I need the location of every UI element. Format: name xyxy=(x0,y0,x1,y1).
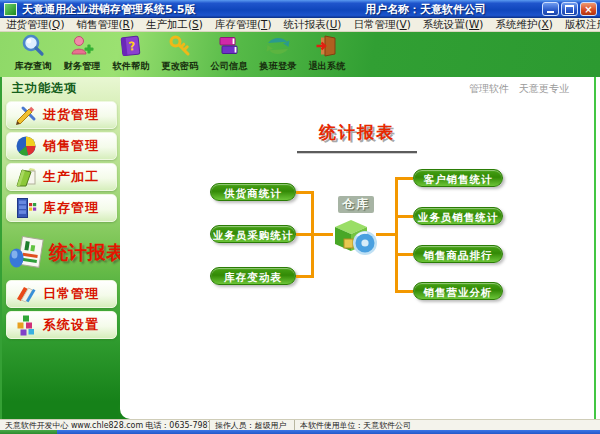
app-icon xyxy=(4,3,17,16)
restore-button[interactable] xyxy=(561,2,578,16)
connector-line xyxy=(395,253,413,256)
minimize-icon xyxy=(547,11,554,13)
menu-item-sales[interactable]: 销售管理R xyxy=(70,18,140,32)
toolbar-shift-login[interactable]: 换班登录 xyxy=(253,32,302,76)
connector-line xyxy=(395,215,413,218)
finance-icon xyxy=(69,33,95,59)
node-supplier-stats[interactable]: 供货商统计 xyxy=(210,183,296,201)
app-window: 天意通用企业进销存管理系统5.5版 用户名称：天意软件公司 × 进货管理Q 销售… xyxy=(0,0,600,434)
main-region: 主功能选项 进货管理 销售管理 生产加工 xyxy=(0,77,600,419)
minimize-button[interactable] xyxy=(542,2,559,16)
window-controls: × xyxy=(542,2,597,16)
menu-item-daily[interactable]: 日常管理V xyxy=(347,18,416,32)
restore-icon xyxy=(565,5,574,14)
connector-line xyxy=(395,177,413,180)
sidebar-item-sales[interactable]: 销售管理 xyxy=(6,132,117,160)
folder-icon xyxy=(14,165,38,189)
exit-door-icon xyxy=(314,33,340,59)
close-button[interactable]: × xyxy=(580,2,597,16)
title-bar: 天意通用企业进销存管理系统5.5版 用户名称：天意软件公司 × xyxy=(0,0,600,18)
menu-item-register[interactable]: 版权注册Y xyxy=(559,18,600,32)
help-book-icon: ? xyxy=(118,33,144,59)
menu-item-production[interactable]: 生产加工S xyxy=(140,18,209,32)
toolbar-help[interactable]: ? 软件帮助 xyxy=(106,32,155,76)
blocks-icon xyxy=(14,313,38,337)
connector-line xyxy=(395,177,398,293)
books-icon xyxy=(216,33,242,59)
sidebar-item-purchase[interactable]: 进货管理 xyxy=(6,101,117,129)
toolbar: 库存查询 财务管理 ? 软件帮助 更改密码 公司信息 xyxy=(0,32,600,77)
toolbar-exit[interactable]: 退出系统 xyxy=(302,32,351,76)
menu-item-maintenance[interactable]: 系统维护X xyxy=(489,18,558,32)
menu-item-inventory[interactable]: 库存管理T xyxy=(209,18,278,32)
node-salesman-sales-stats[interactable]: 业务员销售统计 xyxy=(413,207,503,225)
node-salesman-purchase-stats[interactable]: 业务员采购统计 xyxy=(210,225,296,243)
cabinet-icon xyxy=(14,196,38,220)
node-product-sales-ranking[interactable]: 销售商品排行 xyxy=(413,245,503,263)
diagram-title: 统计报表 xyxy=(120,121,594,144)
sidebar-item-settings[interactable]: 系统设置 xyxy=(6,311,117,339)
toolbar-company-info[interactable]: 公司信息 xyxy=(204,32,253,76)
sidebar-header: 主功能选项 xyxy=(2,78,120,99)
node-sales-business-analysis[interactable]: 销售营业分析 xyxy=(413,282,503,300)
slogan-text: 管理软件 天意更专业 xyxy=(469,82,569,96)
sidebar-item-inventory[interactable]: 库存管理 xyxy=(6,194,117,222)
node-customer-sales-stats[interactable]: 客户销售统计 xyxy=(413,169,503,187)
warehouse-label: 仓库 xyxy=(338,196,374,213)
node-stock-change-report[interactable]: 库存变动表 xyxy=(210,267,296,285)
pie-chart-icon xyxy=(14,134,38,158)
content-area: 管理软件 天意更专业 统计报表 供货商统计 业务员采购统计 库存变动表 仓库 xyxy=(120,77,596,419)
toolbar-change-password[interactable]: 更改密码 xyxy=(155,32,204,76)
sidebar-item-reports-selected[interactable]: 统计报表 xyxy=(2,228,120,278)
connector-line xyxy=(395,290,413,293)
toolbar-inventory-query[interactable]: 库存查询 xyxy=(8,32,57,76)
taskbar-strip xyxy=(0,430,600,434)
report-chart-icon xyxy=(7,233,47,273)
search-icon xyxy=(20,33,46,59)
toolbar-finance[interactable]: 财务管理 xyxy=(57,32,106,76)
status-license-unit: 本软件使用单位：天意软件公司 xyxy=(295,420,600,430)
menu-item-settings[interactable]: 系统设置W xyxy=(417,18,490,32)
open-book-icon xyxy=(14,282,38,306)
menu-item-reports[interactable]: 统计报表U xyxy=(278,18,348,32)
user-name-label: 用户名称：天意软件公司 xyxy=(365,2,486,17)
status-operator: 操作人员：超级用户 xyxy=(210,420,295,430)
menu-item-purchase[interactable]: 进货管理Q xyxy=(0,18,70,32)
sidebar: 主功能选项 进货管理 销售管理 生产加工 xyxy=(0,77,120,419)
warehouse-node: 仓库 xyxy=(328,193,384,253)
sidebar-item-production[interactable]: 生产加工 xyxy=(6,163,117,191)
title-underline xyxy=(297,151,417,154)
sidebar-item-daily[interactable]: 日常管理 xyxy=(6,280,117,308)
status-company: 天意软件开发中心 www.chle828.com 电话：0635-7987985… xyxy=(0,420,210,430)
start-button-edge[interactable] xyxy=(0,430,57,434)
pencil-tools-icon xyxy=(14,103,38,127)
key-icon xyxy=(167,33,193,59)
shift-login-icon xyxy=(265,33,291,59)
menu-bar: 进货管理Q 销售管理R 生产加工S 库存管理T 统计报表U 日常管理V 系统设置… xyxy=(0,18,600,32)
status-bar: 天意软件开发中心 www.chle828.com 电话：0635-7987985… xyxy=(0,419,600,430)
window-title: 天意通用企业进销存管理系统5.5版 xyxy=(22,2,196,17)
warehouse-icon xyxy=(328,213,384,257)
